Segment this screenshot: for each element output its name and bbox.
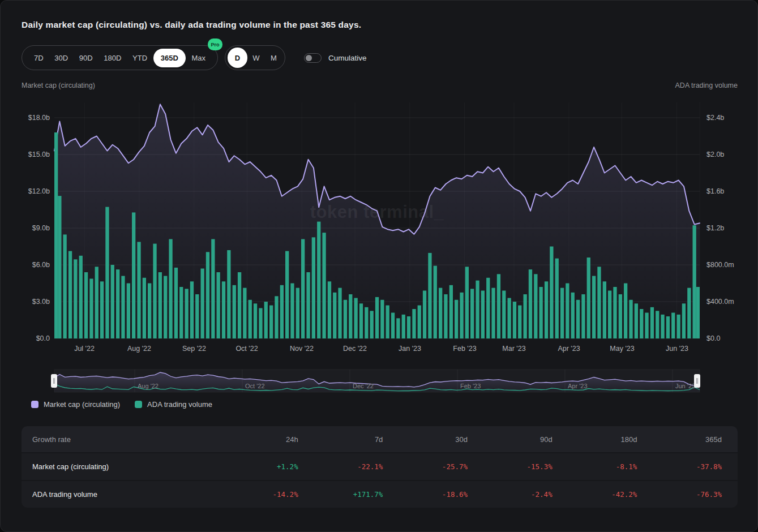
interval-monthly-button[interactable]: M xyxy=(265,48,282,68)
table-header-cell: 24h xyxy=(213,435,298,444)
table-header-cell: 30d xyxy=(383,435,468,444)
table-row: ADA trading volume -14.2% +171.7% -18.6%… xyxy=(22,481,738,508)
right-axis-tick: $1.2b xyxy=(706,223,724,233)
range-ytd-button[interactable]: YTD xyxy=(127,49,152,67)
x-axis-label: Aug '22 xyxy=(117,345,162,353)
growth-value: -76.3% xyxy=(637,490,722,499)
range-180d-button[interactable]: 180D xyxy=(99,49,126,67)
navigator-label: Aug '22 xyxy=(138,383,159,389)
x-axis-label: Mar '23 xyxy=(491,345,537,353)
navigator-label: Dec '22 xyxy=(353,383,374,389)
interval-daily-button[interactable]: D xyxy=(228,48,247,68)
right-axis-title: ADA trading volume xyxy=(675,81,738,89)
growth-value: -2.4% xyxy=(468,490,553,499)
time-range-selector: 7D 30D 90D 180D YTD 365D Max xyxy=(22,45,218,70)
table-header-cell: 365d xyxy=(637,435,722,444)
growth-value: +1.2% xyxy=(213,462,298,471)
right-axis-tick: $2.0b xyxy=(706,149,724,160)
x-axis-label: Jan '23 xyxy=(387,345,432,353)
handle-grip-icon xyxy=(53,378,55,384)
x-axis-label: Sep '22 xyxy=(172,345,217,353)
right-axis-tick: $2.4b xyxy=(706,113,724,123)
table-header-cell: Growth rate xyxy=(32,435,213,444)
chart-legend: Market cap (circulating) ADA trading vol… xyxy=(31,400,212,409)
right-axis-tick: $400.0m xyxy=(706,297,734,307)
right-axis-tick: $0.0 xyxy=(706,333,720,344)
right-axis-tick: $800.0m xyxy=(706,260,734,270)
growth-value: -18.6% xyxy=(383,490,468,499)
left-axis-title: Market cap (circulating) xyxy=(22,81,95,89)
toggle-knob-icon xyxy=(306,55,312,61)
growth-value: -15.3% xyxy=(468,462,553,471)
left-axis-tick: $6.0b xyxy=(1,260,50,270)
growth-value: -8.1% xyxy=(553,462,637,471)
growth-value: -22.1% xyxy=(298,462,383,471)
table-header-cell: 90d xyxy=(468,435,553,444)
interval-weekly-button[interactable]: W xyxy=(247,48,265,68)
left-axis-tick: $3.0b xyxy=(1,297,50,307)
page-title: Daily market cap (circulating) vs. daily… xyxy=(22,20,361,30)
ada-volume-swatch-icon xyxy=(135,401,142,408)
x-axis-label: Nov '22 xyxy=(279,345,324,353)
growth-value: -42.2% xyxy=(553,490,637,499)
growth-value: -14.2% xyxy=(213,490,298,499)
navigator-label: Oct '22 xyxy=(245,383,265,389)
x-axis-label: Dec '22 xyxy=(332,345,378,353)
navigator-right-handle[interactable] xyxy=(694,374,700,388)
x-axis-label: May '23 xyxy=(599,345,645,353)
row-label: Market cap (circulating) xyxy=(32,462,213,471)
table-row: Market cap (circulating) +1.2% -22.1% -2… xyxy=(22,453,738,480)
token-terminal-chart-panel: Daily market cap (circulating) vs. daily… xyxy=(0,0,758,532)
pro-badge: Pro xyxy=(208,38,222,50)
legend-label: ADA trading volume xyxy=(147,400,212,409)
x-axis-label: Apr '23 xyxy=(546,345,592,353)
growth-rate-table: Growth rate 24h 7d 30d 90d 180d 365d Mar… xyxy=(22,426,738,508)
row-label: ADA trading volume xyxy=(32,490,213,499)
range-365d-button[interactable]: 365D xyxy=(153,49,186,67)
navigator-left-handle[interactable] xyxy=(51,374,57,388)
interval-selector: D W M xyxy=(225,45,285,70)
left-axis-tick: $15.0b xyxy=(1,149,50,160)
table-header-row: Growth rate 24h 7d 30d 90d 180d 365d xyxy=(22,426,738,452)
range-7d-button[interactable]: 7D xyxy=(29,49,49,67)
range-max-button[interactable]: Max xyxy=(186,49,211,67)
legend-item-market-cap[interactable]: Market cap (circulating) xyxy=(31,400,120,409)
table-header-cell: 7d xyxy=(298,435,383,444)
handle-grip-icon xyxy=(696,378,698,384)
market-cap-swatch-icon xyxy=(31,401,38,408)
left-axis-tick: $12.0b xyxy=(1,186,50,196)
cumulative-label: Cumulative xyxy=(328,54,367,62)
x-axis-label: Feb '23 xyxy=(442,345,487,353)
growth-value: -37.8% xyxy=(637,462,722,471)
cumulative-toggle[interactable] xyxy=(304,53,322,63)
navigator-label: Jun '23 xyxy=(675,383,695,389)
right-axis-tick: $1.6b xyxy=(706,186,724,196)
range-90d-button[interactable]: 90D xyxy=(74,49,98,67)
table-header-cell: 180d xyxy=(553,435,637,444)
navigator-label: Feb '23 xyxy=(460,383,481,389)
range-30d-button[interactable]: 30D xyxy=(49,49,73,67)
legend-item-ada-volume[interactable]: ADA trading volume xyxy=(135,400,212,409)
growth-value: -25.7% xyxy=(383,462,468,471)
left-axis-tick: $18.0b xyxy=(1,113,50,123)
token-terminal-watermark: token terminal_ xyxy=(264,202,490,222)
growth-value: +171.7% xyxy=(298,490,383,499)
left-axis-tick: $0.0 xyxy=(1,333,50,344)
cumulative-toggle-row: Cumulative xyxy=(304,52,367,63)
x-axis-label: Oct '22 xyxy=(224,345,269,353)
x-axis-label: Jun '23 xyxy=(654,345,700,353)
left-axis-tick: $9.0b xyxy=(1,223,50,233)
x-axis-label: Jul '22 xyxy=(62,345,107,353)
legend-label: Market cap (circulating) xyxy=(44,400,120,409)
navigator-label: Apr '23 xyxy=(568,383,588,389)
